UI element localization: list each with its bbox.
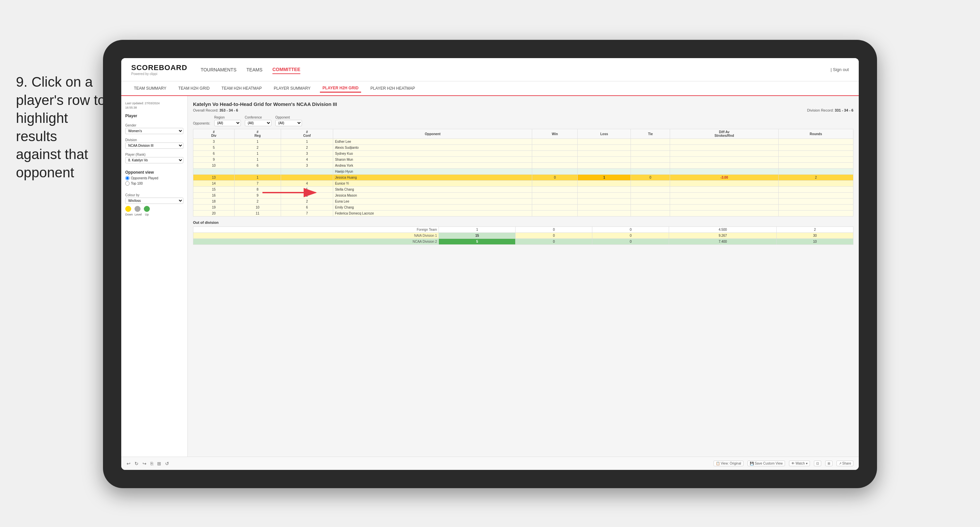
- logo-text: SCOREBOARD: [131, 63, 187, 72]
- ood-row-naia1[interactable]: NAIA Division 1 15 0 0 9.267 30: [193, 233, 853, 239]
- overall-record: Overall Record: 353 - 34 - 6: [193, 108, 238, 112]
- tablet-frame: SCOREBOARD Powered by clippi TOURNAMENTS…: [103, 40, 877, 488]
- undo-icon[interactable]: ↩: [127, 461, 130, 466]
- table-row[interactable]: 19106Emily Chang: [193, 205, 853, 211]
- save-custom-btn[interactable]: 💾 Save Custom View: [748, 460, 785, 466]
- redo-icon[interactable]: ↻: [135, 461, 138, 466]
- colour-by-label: Colour by: [125, 193, 183, 197]
- navbar-left: SCOREBOARD Powered by clippi TOURNAMENTS…: [131, 63, 300, 76]
- nav-teams[interactable]: TEAMS: [247, 66, 262, 74]
- ood-row-foreign[interactable]: Foreign Team 1 0 0 4.500 2: [193, 227, 853, 233]
- table-row[interactable]: 1691Jessica Mason: [193, 193, 853, 198]
- logo-sub: Powered by clippi: [131, 72, 187, 76]
- h2h-table: #Div #Reg #Conf Opponent Win Loss Tie Di…: [193, 129, 853, 216]
- table-row[interactable]: 613Sydney Kuo: [193, 151, 853, 157]
- col-win: Win: [532, 129, 578, 139]
- colour-up-label: Up: [144, 213, 150, 216]
- division-select[interactable]: NCAA Division III: [125, 143, 183, 149]
- region-select[interactable]: (All): [214, 120, 241, 126]
- conference-select[interactable]: (All): [245, 120, 271, 126]
- colour-down-label: Down: [125, 213, 131, 216]
- filters-row: Opponents: Region (All) Conference (All): [193, 116, 853, 126]
- layout-btn[interactable]: ⊡: [814, 460, 821, 466]
- grid-btn[interactable]: ⊞: [825, 460, 832, 466]
- nav-tournaments[interactable]: TOURNAMENTS: [200, 66, 237, 74]
- subnav-player-summary[interactable]: PLAYER SUMMARY: [271, 85, 313, 92]
- colour-down-circle: [125, 206, 131, 212]
- subnav-team-summary[interactable]: TEAM SUMMARY: [131, 85, 169, 92]
- view-original-btn[interactable]: 📋 View: Original: [714, 460, 743, 466]
- division-record: Division Record: 331 - 34 - 6: [807, 108, 853, 112]
- col-conf: #Conf: [281, 129, 333, 139]
- table-row[interactable]: 1474Eunice Yi: [193, 181, 853, 187]
- col-diff: Diff AvStrokes/Rnd: [670, 129, 778, 139]
- opponent-select[interactable]: (All): [275, 120, 302, 126]
- col-loss: Loss: [578, 129, 630, 139]
- col-tie: Tie: [631, 129, 670, 139]
- col-div: #Div: [193, 129, 234, 139]
- nav-items: TOURNAMENTS TEAMS COMMITTEE: [200, 65, 300, 74]
- region-filter: Region (All): [214, 116, 241, 126]
- toolbar: ↩ ↻ ↪ ⎘ ⊞ ↺ 📋 View: Original 💾 Save Cust…: [121, 457, 859, 470]
- division-label: Division: [125, 138, 183, 142]
- colour-section: Colour by Win/loss Down Level Up: [125, 193, 183, 216]
- opponent-view-section: Opponent view Opponents Played Top 100: [125, 170, 183, 187]
- table-row[interactable]: 522Alexis Sudjianto: [193, 145, 853, 151]
- subnav-player-h2h-heatmap[interactable]: PLAYER H2H HEATMAP: [368, 85, 418, 92]
- opponent-view-title: Opponent view: [125, 170, 183, 175]
- table-row[interactable]: 20117Federica Domecq Lacroze: [193, 211, 853, 216]
- record-row: Overall Record: 353 - 34 - 6 Division Re…: [193, 108, 853, 112]
- player-section-title: Player: [125, 114, 183, 118]
- subnav-team-h2h-heatmap[interactable]: TEAM H2H HEATMAP: [219, 85, 264, 92]
- last-updated: Last Updated: 27/03/2024 16:55:38: [125, 101, 183, 110]
- ood-row-ncaa2[interactable]: NCAA Division 2 5 0 0 7.400 10: [193, 239, 853, 245]
- radio-opponents-played[interactable]: Opponents Played: [125, 176, 183, 180]
- player-rank-label: Player (Rank): [125, 153, 183, 156]
- col-opponent: Opponent: [333, 129, 532, 139]
- table-row[interactable]: 1585Stella Chang: [193, 187, 853, 193]
- opponent-filter: Opponent (All): [275, 116, 302, 126]
- table-row-jessica-huang[interactable]: 131Jessica Huang010-3.002: [193, 175, 853, 181]
- gender-label: Gender: [125, 124, 183, 127]
- col-rounds: Rounds: [778, 129, 853, 139]
- table-row[interactable]: 311Esther Lee: [193, 139, 853, 145]
- colour-by-select[interactable]: Win/loss: [125, 198, 183, 204]
- out-of-division-label: Out of division: [193, 221, 853, 224]
- tablet-screen: SCOREBOARD Powered by clippi TOURNAMENTS…: [121, 58, 859, 470]
- subnav-player-h2h-grid[interactable]: PLAYER H2H GRID: [320, 84, 361, 93]
- table-row[interactable]: 1822Euna Lee: [193, 198, 853, 205]
- opponents-label: Opponents:: [193, 122, 210, 125]
- gender-select[interactable]: Women's: [125, 128, 183, 134]
- player-rank-select[interactable]: 8. Katelyn Vo: [125, 157, 183, 163]
- subnav-team-h2h-grid[interactable]: TEAM H2H GRID: [176, 85, 212, 92]
- refresh-icon[interactable]: ↺: [165, 461, 169, 466]
- paste-icon[interactable]: ⊞: [157, 461, 161, 466]
- colour-circles: [125, 206, 183, 212]
- share-btn[interactable]: ↗ Share: [837, 460, 853, 466]
- player-rank-group: Player (Rank) 8. Katelyn Vo: [125, 153, 183, 163]
- content-area: Katelyn Vo Head-to-Head Grid for Women's…: [188, 96, 859, 457]
- sidebar: Last Updated: 27/03/2024 16:55:38 Player…: [121, 96, 188, 457]
- conference-filter: Conference (All): [245, 116, 271, 126]
- col-reg: #Reg: [234, 129, 281, 139]
- watch-btn[interactable]: 👁 Watch ▾: [789, 460, 810, 466]
- main-content: Last Updated: 27/03/2024 16:55:38 Player…: [121, 96, 859, 457]
- colour-level-label: Level: [135, 213, 140, 216]
- table-row[interactable]: 1063Andrea York: [193, 163, 853, 169]
- table-row[interactable]: 914Sharon Mun: [193, 157, 853, 163]
- colour-labels: Down Level Up: [125, 213, 183, 216]
- copy-icon[interactable]: ⎘: [151, 461, 153, 466]
- nav-committee[interactable]: COMMITTEE: [272, 65, 300, 74]
- sign-out-link[interactable]: | Sign out: [830, 67, 849, 72]
- logo-area: SCOREBOARD Powered by clippi: [131, 63, 187, 76]
- forward-icon[interactable]: ↪: [143, 461, 146, 466]
- radio-top100[interactable]: Top 100: [125, 181, 183, 186]
- table-row[interactable]: Haeijo Hyun: [193, 169, 853, 175]
- instruction-text: 9. Click on a player's row to highlight …: [16, 73, 106, 182]
- grid-title: Katelyn Vo Head-to-Head Grid for Women's…: [193, 101, 853, 107]
- gender-group: Gender Women's: [125, 124, 183, 134]
- division-group: Division NCAA Division III: [125, 138, 183, 149]
- colour-level-circle: [135, 206, 140, 212]
- navbar: SCOREBOARD Powered by clippi TOURNAMENTS…: [121, 58, 859, 81]
- colour-up-circle: [144, 206, 150, 212]
